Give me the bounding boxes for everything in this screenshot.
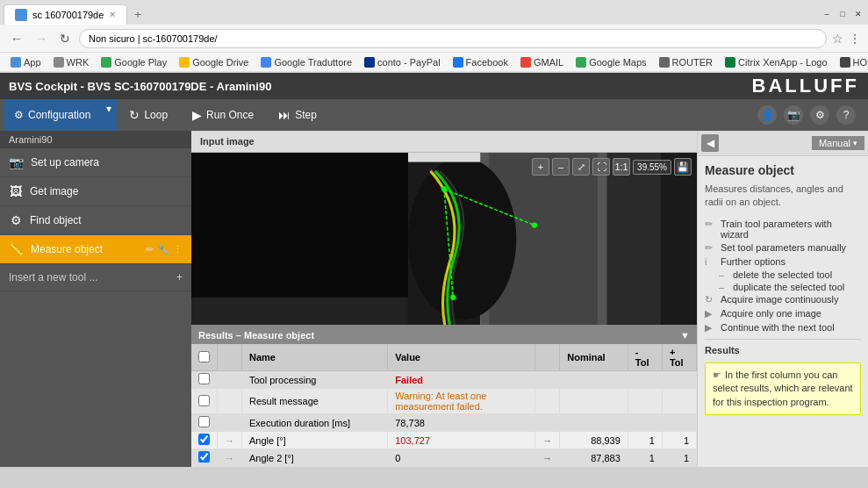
wrench-tool-icon[interactable]: 🔧: [157, 244, 169, 255]
right-nav-prev-btn[interactable]: ◀: [701, 134, 719, 152]
save-image-btn[interactable]: 💾: [674, 158, 692, 176]
row3-checkbox[interactable]: [198, 416, 210, 427]
right-option-acquire-one[interactable]: ▶ Acquire only one image: [705, 308, 861, 319]
edit-tool-icon[interactable]: ✏: [146, 244, 154, 255]
zoom-level: 39.55%: [633, 160, 671, 175]
zoom-out-btn[interactable]: –: [552, 158, 570, 176]
right-option-continue-next[interactable]: ▶ Continue with the next tool: [705, 322, 861, 334]
loop-button[interactable]: ↻ Loop: [117, 99, 180, 131]
run-once-icon: ▶: [192, 108, 202, 122]
sidebar-item-find-object[interactable]: ⚙ Find object: [0, 206, 191, 235]
right-option-train-wizard[interactable]: ✏ Train tool parameters with wizard: [705, 219, 861, 240]
back-btn[interactable]: ←: [7, 30, 26, 47]
ratio-btn[interactable]: 1:1: [613, 158, 630, 176]
row3-tol-minus: [628, 414, 662, 432]
results-collapse-icon[interactable]: ▼: [680, 330, 690, 341]
right-suboption-duplicate[interactable]: – duplicate the selected tool: [705, 282, 861, 292]
row3-check-cell[interactable]: [191, 414, 218, 432]
browser-tab[interactable]: sc 160700179de ✕: [4, 4, 127, 25]
bookmark-paypal[interactable]: conto - PayPal: [361, 56, 444, 68]
image-display[interactable]: + – ⤢ ⛶ 1:1 39.55% 💾: [191, 153, 697, 325]
row1-checkbox[interactable]: [198, 373, 210, 384]
insert-plus-icon: +: [176, 271, 183, 283]
bookmark-router[interactable]: ROUTER: [656, 56, 716, 68]
right-option-continue-next-label: Continue with the next tool: [721, 322, 835, 333]
row1-check-cell[interactable]: [191, 371, 218, 389]
row2-checkbox[interactable]: [198, 395, 210, 406]
tab-close-btn[interactable]: ✕: [109, 10, 116, 19]
maximize-btn[interactable]: □: [836, 8, 849, 20]
bookmark-google-maps[interactable]: Google Maps: [572, 56, 649, 68]
bookmark-gmail[interactable]: GMAIL: [517, 56, 567, 68]
select-all-checkbox[interactable]: [198, 351, 210, 362]
insert-tool-button[interactable]: Insert a new tool ... +: [0, 264, 191, 291]
row2-tol-plus: [662, 389, 696, 414]
sidebar-item-setup-camera[interactable]: 📷 Set up camera: [0, 148, 191, 177]
config-dropdown-btn[interactable]: ▾: [101, 99, 117, 131]
app-logo: BALLUFF: [752, 75, 859, 97]
delete-arrow-icon: –: [719, 269, 729, 280]
sidebar-item-get-image[interactable]: 🖼 Get image: [0, 177, 191, 206]
row1-tol-plus: [662, 371, 696, 389]
col-header-arrow: [535, 344, 560, 371]
fullscreen-btn[interactable]: ⛶: [592, 158, 610, 176]
config-button[interactable]: ⚙ Configuration: [4, 99, 101, 131]
right-option-set-params-label: Set tool parameters manually: [721, 242, 846, 253]
bookmark-app[interactable]: App: [7, 56, 45, 68]
address-input[interactable]: [79, 29, 827, 48]
camera-icon[interactable]: 📷: [784, 105, 803, 125]
bookmark-google-play[interactable]: Google Play: [97, 56, 170, 68]
new-tab-btn[interactable]: +: [127, 4, 148, 25]
row5-checkbox[interactable]: [198, 451, 210, 463]
row5-value-text: 0: [395, 453, 400, 463]
settings-icon[interactable]: ⚙: [810, 105, 829, 125]
bookmark-home-remote[interactable]: HOME remote: [836, 56, 868, 68]
sidebar-item-measure-object[interactable]: 📏 Measure object ✏ 🔧 ⋮: [0, 235, 191, 264]
bookmark-traduttore[interactable]: Google Traduttore: [257, 56, 355, 68]
row4-arrow: →: [535, 432, 560, 449]
more-tool-icon[interactable]: ⋮: [173, 244, 183, 255]
row4-check-cell[interactable]: [191, 432, 218, 449]
minimize-btn[interactable]: –: [821, 8, 833, 20]
tab-favicon: [15, 9, 27, 21]
row2-arrow: [535, 389, 560, 414]
forward-btn[interactable]: →: [32, 30, 51, 47]
results-header: Results – Measure object ▼: [191, 327, 697, 344]
col-header-value: Value: [388, 344, 535, 371]
right-option-set-params[interactable]: ✏ Set tool parameters manually: [705, 242, 861, 254]
acquire-one-icon: ▶: [705, 308, 717, 319]
bookmark-icon[interactable]: ☆: [832, 32, 843, 46]
right-suboption-delete[interactable]: – delete the selected tool: [705, 269, 861, 280]
right-option-further[interactable]: i Further options: [705, 256, 861, 267]
row2-check-cell[interactable]: [191, 389, 218, 414]
fit-btn[interactable]: ⤢: [572, 158, 590, 176]
bookmark-facebook[interactable]: Facebook: [449, 56, 512, 68]
svg-rect-2: [606, 153, 661, 325]
right-option-acquire-continuous[interactable]: ↻ Acquire image continuously: [705, 294, 861, 305]
bookmark-wrk[interactable]: WRK: [50, 56, 93, 68]
router-bk-icon: [659, 57, 670, 68]
run-once-button[interactable]: ▶ Run Once: [180, 99, 266, 131]
step-icon: ⏭: [278, 108, 291, 122]
zoom-in-btn[interactable]: +: [532, 158, 549, 176]
continue-next-icon: ▶: [705, 322, 717, 334]
results-section-title: Results: [705, 345, 861, 355]
help-icon[interactable]: ?: [836, 105, 856, 125]
app-bk-icon: [11, 57, 21, 68]
sidebar: Aramini90 📷 Set up camera 🖼 Get image ⚙ …: [0, 131, 191, 467]
row5-check-cell[interactable]: [191, 449, 218, 467]
user-icon[interactable]: 👤: [757, 105, 777, 125]
col-header-tol-minus: - Tol: [628, 344, 662, 371]
step-button[interactable]: ⏭ Step: [266, 99, 329, 131]
refresh-btn[interactable]: ↻: [56, 30, 74, 47]
measure-object-tools: ✏ 🔧 ⋮: [146, 244, 183, 255]
svg-point-11: [441, 186, 447, 191]
row3-name: Execution duration [ms]: [242, 414, 388, 432]
row4-checkbox[interactable]: [198, 434, 210, 445]
more-options-icon[interactable]: ⋮: [849, 32, 861, 46]
manual-btn[interactable]: Manual ▾: [812, 136, 864, 150]
further-options-icon: i: [705, 256, 717, 267]
close-btn[interactable]: ✕: [852, 8, 864, 20]
bookmark-google-drive[interactable]: Google Drive: [176, 56, 252, 68]
bookmark-citrix[interactable]: Citrix XenApp - Logo: [721, 56, 831, 68]
